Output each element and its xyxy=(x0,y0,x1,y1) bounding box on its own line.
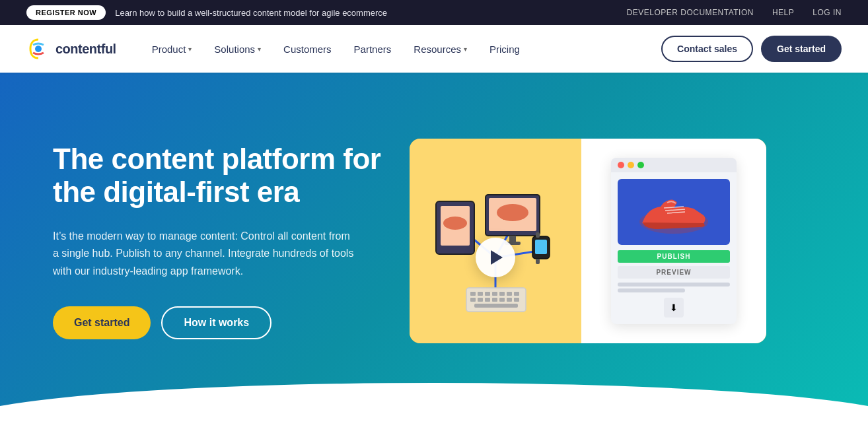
shoe-svg xyxy=(631,186,717,238)
hero-title: The content platform for the digital-fir… xyxy=(53,143,410,209)
svg-rect-35 xyxy=(514,298,519,302)
navbar: contentful Product ▾ Solutions ▾ Custome… xyxy=(0,25,868,73)
publish-label: PUBLISH xyxy=(618,250,730,263)
svg-rect-27 xyxy=(507,292,512,296)
hero-description: It’s the modern way to manage content: C… xyxy=(53,228,357,280)
svg-rect-19 xyxy=(536,232,540,238)
nav-actions: Contact sales Get started xyxy=(661,36,842,62)
hero-section: The content platform for the digital-fir… xyxy=(0,73,868,422)
logo[interactable]: contentful xyxy=(26,37,116,61)
hero-how-it-works-button[interactable]: How it works xyxy=(161,306,271,339)
solutions-chevron-icon: ▾ xyxy=(258,46,261,53)
product-chevron-icon: ▾ xyxy=(188,46,192,53)
devices-illustration xyxy=(416,185,575,330)
play-button[interactable] xyxy=(476,238,515,277)
svg-rect-31 xyxy=(485,298,490,302)
svg-rect-32 xyxy=(492,298,497,302)
cms-content: PUBLISH PREVIEW ⬇ xyxy=(611,172,737,324)
hero-get-started-button[interactable]: Get started xyxy=(53,306,151,339)
svg-rect-33 xyxy=(499,298,505,302)
cms-panel: PUBLISH PREVIEW ⬇ xyxy=(611,158,737,324)
logo-text: contentful xyxy=(55,42,116,57)
top-banner: Register Now Learn how to build a well-s… xyxy=(0,0,868,25)
window-close-dot xyxy=(618,162,624,168)
nav-item-product[interactable]: Product ▾ xyxy=(143,38,201,60)
cms-line-1 xyxy=(618,283,730,287)
preview-label: PREVIEW xyxy=(618,266,730,279)
window-maximize-dot xyxy=(637,162,644,168)
play-triangle-icon xyxy=(491,250,503,265)
hero-visual-right: PUBLISH PREVIEW ⬇ xyxy=(581,139,766,343)
banner-left: Register Now Learn how to build a well-s… xyxy=(26,5,387,20)
developer-docs-link[interactable]: Developer Documentation xyxy=(627,8,754,17)
svg-rect-18 xyxy=(535,240,547,254)
svg-rect-15 xyxy=(509,236,516,242)
resources-chevron-icon: ▾ xyxy=(464,46,467,53)
logo-icon xyxy=(26,37,50,61)
contact-sales-button[interactable]: Contact sales xyxy=(661,36,753,62)
download-icon: ⬇ xyxy=(664,298,684,318)
help-link[interactable]: Help xyxy=(772,8,794,17)
nav-item-solutions[interactable]: Solutions ▾ xyxy=(205,38,270,60)
nav-item-pricing[interactable]: Pricing xyxy=(480,38,529,60)
svg-rect-30 xyxy=(478,298,483,302)
nav-item-customers[interactable]: Customers xyxy=(274,38,341,60)
svg-rect-36 xyxy=(474,304,518,308)
hero-visual: PUBLISH PREVIEW ⬇ xyxy=(410,139,766,343)
get-started-nav-button[interactable]: Get started xyxy=(761,36,842,62)
svg-rect-22 xyxy=(470,292,476,296)
banner-right: Developer Documentation Help Log In xyxy=(627,8,842,17)
cms-lines xyxy=(618,283,730,292)
nav-item-partners[interactable]: Partners xyxy=(345,38,401,60)
svg-rect-25 xyxy=(492,292,497,296)
svg-rect-14 xyxy=(502,207,524,217)
banner-text: Learn how to build a well-structured con… xyxy=(115,8,387,18)
cms-line-2 xyxy=(618,288,685,292)
svg-rect-28 xyxy=(514,292,519,296)
hero-buttons: Get started How it works xyxy=(53,306,410,339)
cms-buttons: PUBLISH PREVIEW xyxy=(618,250,730,279)
cms-shoe-display xyxy=(618,179,730,245)
download-area: ⬇ xyxy=(618,298,730,318)
window-minimize-dot xyxy=(628,162,634,168)
svg-rect-29 xyxy=(470,298,476,302)
register-now-button[interactable]: Register Now xyxy=(26,5,106,20)
svg-point-1 xyxy=(35,46,42,52)
hero-visual-left xyxy=(410,139,581,343)
nav-links: Product ▾ Solutions ▾ Customers Partners… xyxy=(143,38,661,60)
svg-rect-26 xyxy=(499,292,505,296)
svg-rect-23 xyxy=(478,292,483,296)
login-link[interactable]: Log In xyxy=(813,8,842,17)
hero-content: The content platform for the digital-fir… xyxy=(53,143,410,339)
svg-rect-24 xyxy=(485,292,490,296)
svg-rect-10 xyxy=(447,218,464,226)
svg-rect-20 xyxy=(536,259,540,264)
nav-item-resources[interactable]: Resources ▾ xyxy=(404,38,476,60)
svg-rect-34 xyxy=(507,298,512,302)
cms-panel-header xyxy=(611,158,737,172)
